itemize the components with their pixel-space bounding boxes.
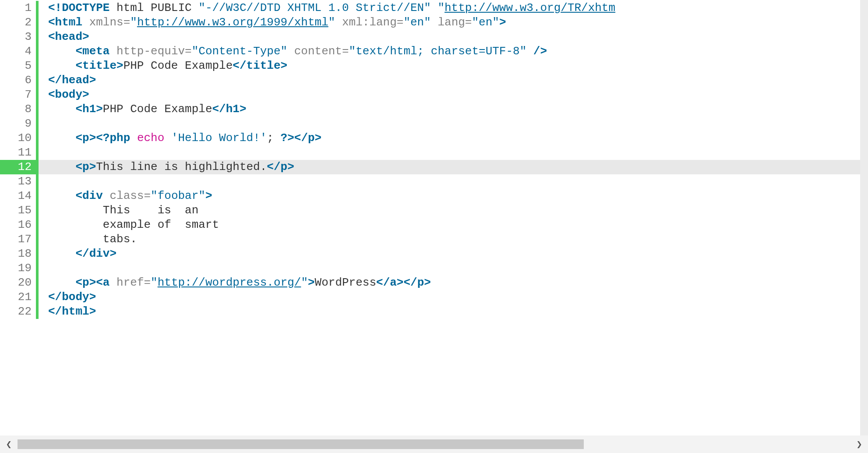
line-number[interactable]: 17 bbox=[0, 232, 39, 247]
code-token: lang bbox=[438, 16, 465, 29]
code-line[interactable] bbox=[39, 145, 860, 160]
line-number[interactable]: 9 bbox=[0, 117, 39, 131]
code-token: = bbox=[144, 189, 151, 202]
code-token: html bbox=[62, 305, 89, 318]
code-token: = bbox=[465, 16, 472, 29]
code-line[interactable] bbox=[39, 117, 860, 131]
code-token: > bbox=[96, 103, 103, 116]
code-token: ?> bbox=[281, 131, 294, 145]
line-number[interactable]: 14 bbox=[0, 189, 39, 203]
horizontal-scroll-thumb[interactable] bbox=[18, 439, 584, 449]
code-line[interactable]: </head> bbox=[39, 73, 860, 88]
code-token: html PUBLIC bbox=[109, 1, 198, 14]
line-number[interactable]: 20 bbox=[0, 276, 39, 290]
code-token bbox=[82, 16, 89, 29]
code-area[interactable]: 12345678910111213141516171819202122 <!DO… bbox=[0, 0, 868, 435]
code-token: > bbox=[82, 88, 89, 101]
code-token: body bbox=[55, 88, 82, 101]
line-number[interactable]: 7 bbox=[0, 88, 39, 102]
code-line[interactable]: </html> bbox=[39, 304, 860, 319]
line-number[interactable]: 1 bbox=[0, 1, 39, 15]
code-token: http://www.w3.org/1999/xhtml bbox=[137, 16, 328, 29]
line-number[interactable]: 16 bbox=[0, 218, 39, 232]
line-number[interactable]: 8 bbox=[0, 102, 39, 117]
horizontal-scrollbar: ❮ ❯ bbox=[0, 435, 868, 453]
line-number[interactable]: 12 bbox=[0, 160, 39, 174]
code-line[interactable]: <!DOCTYPE html PUBLIC "-//W3C//DTD XHTML… bbox=[39, 1, 860, 15]
code-token: > bbox=[281, 59, 288, 72]
code-line[interactable]: <div class="foobar"> bbox=[39, 189, 860, 203]
vertical-scrollbar-track[interactable] bbox=[860, 0, 868, 435]
code-token: > bbox=[82, 30, 89, 43]
scroll-right-arrow-icon[interactable]: ❯ bbox=[853, 438, 865, 450]
code-line[interactable]: <p><a href="http://wordpress.org/">WordP… bbox=[39, 276, 860, 290]
code-token: </ bbox=[267, 160, 280, 173]
code-token: a bbox=[103, 276, 110, 289]
line-number[interactable]: 5 bbox=[0, 59, 39, 73]
code-token: h1 bbox=[82, 103, 96, 116]
code-line[interactable]: <h1>PHP Code Example</h1> bbox=[39, 102, 860, 117]
line-number[interactable]: 21 bbox=[0, 290, 39, 304]
code-token: <! bbox=[48, 1, 62, 14]
code-token bbox=[109, 276, 116, 289]
code-line[interactable] bbox=[39, 174, 860, 189]
line-number[interactable]: 3 bbox=[0, 30, 39, 44]
code-token: < bbox=[75, 103, 82, 116]
code-line[interactable]: <head> bbox=[39, 30, 860, 44]
line-number-gutter[interactable]: 12345678910111213141516171819202122 bbox=[0, 0, 39, 435]
code-token: This line is highlighted. bbox=[96, 160, 267, 173]
code-line[interactable]: <body> bbox=[39, 88, 860, 102]
code-token: "-//W3C//DTD XHTML 1.0 Strict//EN" bbox=[198, 1, 431, 14]
line-number[interactable]: 6 bbox=[0, 73, 39, 88]
line-number[interactable]: 11 bbox=[0, 145, 39, 160]
code-token: " bbox=[301, 276, 308, 289]
code-token: </ bbox=[48, 290, 62, 304]
scroll-left-arrow-icon[interactable]: ❮ bbox=[3, 438, 15, 450]
code-line[interactable]: This is an bbox=[39, 203, 860, 218]
code-line[interactable]: tabs. bbox=[39, 232, 860, 247]
line-number[interactable]: 15 bbox=[0, 203, 39, 218]
code-line[interactable]: </div> bbox=[39, 247, 860, 261]
line-number[interactable]: 18 bbox=[0, 247, 39, 261]
code-line[interactable]: <meta http-equiv="Content-Type" content=… bbox=[39, 44, 860, 59]
code-token: "Content-Type" bbox=[192, 45, 287, 58]
code-token: "en" bbox=[472, 16, 499, 29]
code-token: > bbox=[424, 276, 431, 289]
code-token: > bbox=[89, 131, 96, 145]
line-number[interactable]: 10 bbox=[0, 131, 39, 145]
line-number[interactable]: 22 bbox=[0, 304, 39, 319]
code-token: < bbox=[96, 276, 103, 289]
code-token: < bbox=[75, 160, 82, 173]
code-token bbox=[526, 45, 533, 58]
line-number[interactable]: 19 bbox=[0, 261, 39, 276]
code-line[interactable]: <title>PHP Code Example</title> bbox=[39, 59, 860, 73]
code-token: p bbox=[82, 131, 89, 145]
code-token: class bbox=[109, 189, 144, 202]
code-token: ; bbox=[267, 131, 280, 145]
code-line[interactable]: <p><?php echo 'Hello World!'; ?></p> bbox=[39, 131, 860, 145]
code-token: > bbox=[308, 276, 315, 289]
code-token: PHP Code Example bbox=[123, 59, 233, 72]
code-token: > bbox=[89, 305, 96, 318]
code-line[interactable]: <p>This line is highlighted.</p> bbox=[39, 160, 860, 174]
code-line[interactable]: </body> bbox=[39, 290, 860, 304]
code-line[interactable] bbox=[39, 261, 860, 276]
code-token: xmlns bbox=[89, 16, 123, 29]
code-token: > bbox=[109, 247, 116, 260]
code-token: p bbox=[82, 160, 89, 173]
code-line[interactable]: <html xmlns="http://www.w3.org/1999/xhtm… bbox=[39, 15, 860, 30]
code-token: <?php bbox=[96, 131, 130, 145]
line-number[interactable]: 4 bbox=[0, 44, 39, 59]
code-token: > bbox=[240, 103, 247, 116]
horizontal-scroll-track[interactable] bbox=[18, 439, 850, 449]
code-token bbox=[103, 189, 110, 202]
code-content[interactable]: <!DOCTYPE html PUBLIC "-//W3C//DTD XHTML… bbox=[39, 0, 860, 435]
code-token: < bbox=[75, 189, 82, 202]
code-line[interactable]: example of smart bbox=[39, 218, 860, 232]
code-token: > bbox=[89, 74, 96, 87]
line-number[interactable]: 2 bbox=[0, 15, 39, 30]
line-number[interactable]: 13 bbox=[0, 174, 39, 189]
code-token: </ bbox=[48, 74, 62, 87]
code-token bbox=[109, 45, 116, 58]
code-token: > bbox=[205, 189, 212, 202]
